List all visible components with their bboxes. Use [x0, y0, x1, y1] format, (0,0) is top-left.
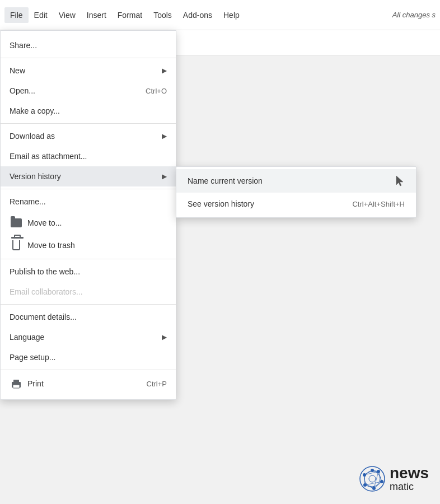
copy-label: Make a copy...: [10, 106, 167, 115]
menu-help[interactable]: Help: [218, 7, 245, 23]
menu-item-open[interactable]: Open... Ctrl+O: [1, 81, 176, 101]
menu-item-print[interactable]: Print Ctrl+P: [1, 372, 176, 395]
menu-item-move-to[interactable]: Move to...: [1, 212, 176, 234]
open-shortcut: Ctrl+O: [146, 87, 167, 95]
download-arrow: ▶: [162, 132, 167, 140]
menu-tools[interactable]: Tools: [148, 7, 177, 23]
menu-item-doc-details[interactable]: Document details...: [1, 307, 176, 327]
menu-item-email-collaborators: Email collaborators...: [1, 282, 176, 302]
menu-group-export: Download as ▶ Email as attachment... Ver…: [1, 124, 176, 189]
menu-edit[interactable]: Edit: [29, 7, 53, 23]
menu-item-copy[interactable]: Make a copy...: [1, 101, 176, 121]
trash-icon: [10, 239, 23, 252]
open-label: Open...: [10, 86, 146, 95]
svg-marker-0: [396, 176, 403, 186]
menu-item-move-to-trash[interactable]: Move to trash: [1, 234, 176, 256]
menu-item-download[interactable]: Download as ▶: [1, 126, 176, 146]
menu-item-share[interactable]: Share...: [1, 35, 176, 55]
name-version-label: Name current version: [188, 176, 390, 185]
menu-view[interactable]: View: [53, 7, 81, 23]
menu-item-language[interactable]: Language ▶: [1, 327, 176, 347]
download-label: Download as: [10, 132, 162, 141]
newsmatic-logo: news matic: [358, 465, 429, 493]
menu-bar: File Edit View Insert Format Tools Add-o…: [0, 0, 440, 30]
menu-item-new[interactable]: New ▶: [1, 60, 176, 81]
publish-label: Publish to the web...: [10, 267, 167, 276]
menu-group-manage: Rename... Move to... Move to trash: [1, 189, 176, 259]
doc-details-label: Document details...: [10, 312, 167, 321]
submenu-item-see-history[interactable]: See version history Ctrl+Alt+Shift+H: [176, 193, 416, 215]
menu-file[interactable]: File: [4, 7, 29, 23]
menu-insert[interactable]: Insert: [81, 7, 112, 23]
version-history-arrow: ▶: [162, 172, 167, 180]
language-arrow: ▶: [162, 333, 167, 341]
submenu-item-name-version[interactable]: Name current version: [176, 169, 416, 193]
watermark: news matic: [358, 465, 429, 493]
menu-item-rename[interactable]: Rename...: [1, 192, 176, 212]
print-icon: [10, 377, 23, 390]
folder-icon: [10, 216, 23, 230]
menu-addons[interactable]: Add-ons: [177, 7, 218, 23]
see-history-shortcut: Ctrl+Alt+Shift+H: [352, 200, 405, 208]
newsmatic-text: news matic: [390, 465, 429, 493]
move-trash-label: Move to trash: [27, 241, 167, 250]
version-history-label: Version history: [10, 172, 162, 181]
menu-format[interactable]: Format: [112, 7, 148, 23]
menu-item-email-attachment[interactable]: Email as attachment...: [1, 146, 176, 166]
print-shortcut: Ctrl+P: [147, 380, 167, 388]
move-to-label: Move to...: [27, 218, 167, 227]
menu-group-share2: Publish to the web... Email collaborator…: [1, 259, 176, 305]
rename-label: Rename...: [10, 197, 167, 206]
menu-item-page-setup[interactable]: Page setup...: [1, 347, 176, 367]
menu-group-settings: Document details... Language ▶ Page setu…: [1, 305, 176, 370]
share-label: Share...: [10, 41, 167, 50]
new-arrow: ▶: [162, 67, 167, 74]
print-label: Print: [27, 379, 147, 388]
menu-item-publish[interactable]: Publish to the web...: [1, 262, 176, 282]
svg-point-6: [369, 475, 376, 482]
email-collab-label: Email collaborators...: [10, 287, 167, 296]
cursor-icon: [395, 175, 405, 187]
menu-item-version-history[interactable]: Version history ▶ Name current version S…: [1, 166, 176, 186]
page-setup-label: Page setup...: [10, 353, 167, 362]
svg-line-13: [364, 470, 372, 475]
see-history-label: See version history: [188, 199, 352, 208]
svg-rect-2: [13, 380, 19, 383]
language-label: Language: [10, 333, 162, 342]
save-status: All changes s: [392, 11, 436, 19]
menu-group-file-ops: New ▶ Open... Ctrl+O Make a copy...: [1, 58, 176, 124]
email-attachment-label: Email as attachment...: [10, 152, 167, 161]
version-submenu: Name current version See version history…: [176, 166, 416, 218]
menu-group-print: Print Ctrl+P: [1, 370, 176, 397]
svg-rect-3: [13, 385, 20, 388]
menu-group-share: Share...: [1, 33, 176, 58]
newsmatic-sphere-icon: [358, 465, 386, 493]
new-label: New: [10, 66, 162, 75]
file-menu: Share... New ▶ Open... Ctrl+O Make a cop…: [0, 30, 176, 400]
